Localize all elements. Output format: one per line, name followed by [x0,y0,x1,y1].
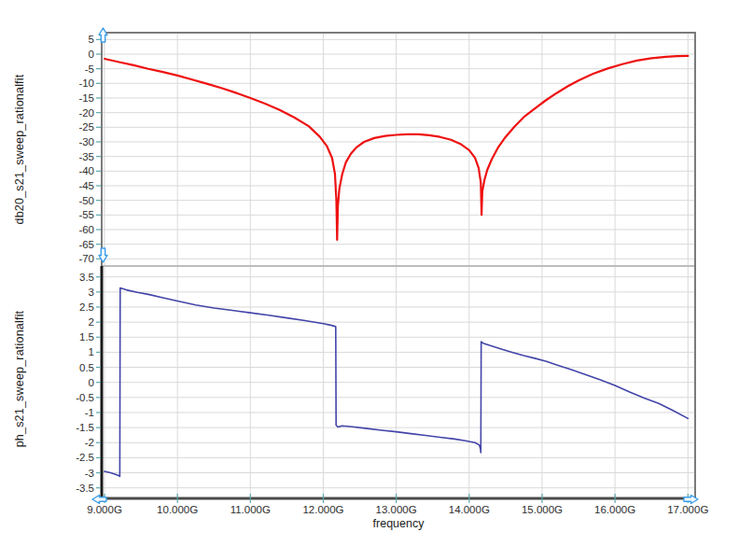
y-tick-label: 5 [89,34,94,45]
y-tick-label: -15 [78,92,94,104]
y-tick-label: -40 [78,165,94,176]
y-tick-label: -2.5 [76,452,94,463]
y-tick-label: -0.5 [76,392,94,403]
x-axis-title: frequency [373,517,425,530]
y-tick-label: -5 [85,63,94,75]
rectangular-plot-figure: 50-5-10-15-20-25-30-35-40-45-50-55-60-65… [0,0,739,560]
y-axis-scale-down-handle-icon[interactable] [99,248,107,262]
y-tick-label: -25 [78,121,94,133]
y-axis-title-phase: ph_s21_sweep_rationalfit [13,311,26,448]
plot-frame [101,33,696,498]
y-tick-label: -35 [78,151,94,162]
x-tick-label: 15.000G [522,504,563,515]
plot-canvas: 50-5-10-15-20-25-30-35-40-45-50-55-60-65… [0,0,739,560]
y-tick-label: -1 [85,407,94,418]
y-tick-label: -3 [85,468,94,479]
x-tick-label: 9.000G [87,504,122,515]
y-tick-label: 0.5 [79,362,94,373]
y-tick-label: -30 [78,136,94,147]
x-tick-label: 12.000G [302,504,343,515]
y-axis-title-db20: db20_s21_sweep_rationalfit [13,75,26,225]
x-tick-label: 17.000G [667,504,708,515]
y-tick-label: -2 [85,437,94,448]
x-tick-label: 10.000G [157,504,198,515]
x-tick-label: 14.000G [449,504,490,515]
y-tick-label: 0 [89,49,94,60]
x-tick-label: 13.000G [376,504,417,515]
x-tick-label: 11.000G [230,504,271,515]
gridlines [103,34,694,497]
y-tick-label: -3.5 [76,483,94,494]
y-tick-label: -45 [78,180,94,191]
y-tick-label: -20 [78,107,94,119]
y-tick-label: -50 [78,195,94,206]
y-tick-label: -55 [78,209,94,220]
y-tick-label: 1.5 [79,331,94,343]
x-tick-label: 16.000G [594,504,635,515]
y-tick-label: -70 [78,253,94,264]
y-tick-label: 2 [89,316,94,328]
y-tick-label: 1 [89,346,94,357]
y-tick-label: -60 [78,224,94,235]
y-tick-label: 3 [89,287,94,298]
y-tick-label: 0 [89,377,94,388]
y-tick-label: -65 [78,239,94,250]
y-tick-label: 3.5 [79,272,94,283]
tick-marks [96,39,688,503]
y-tick-label: -10 [78,77,94,89]
y-tick-label: -1.5 [76,422,94,433]
y-tick-label: 2.5 [79,301,94,313]
